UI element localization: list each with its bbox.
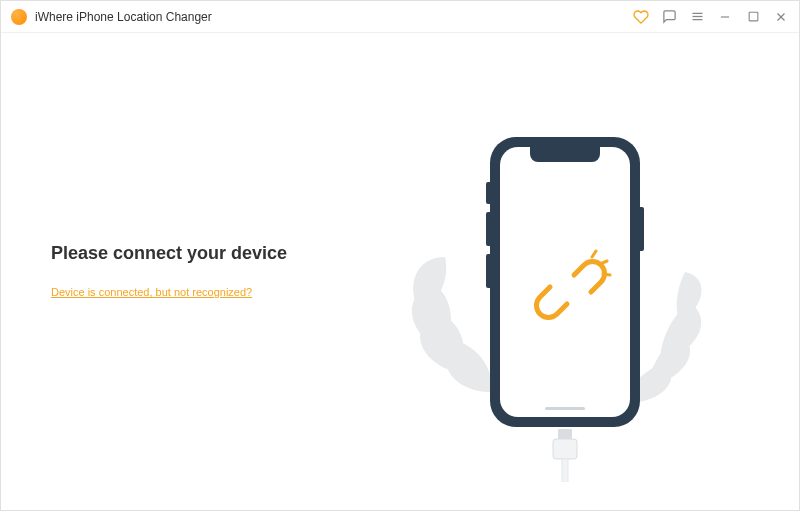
app-title: iWhere iPhone Location Changer <box>35 10 633 24</box>
close-icon[interactable] <box>773 9 789 25</box>
menu-icon[interactable] <box>689 9 705 25</box>
svg-rect-4 <box>749 12 758 21</box>
lightning-cable-icon <box>553 429 577 482</box>
phone-icon <box>486 137 644 427</box>
svg-rect-15 <box>500 147 630 417</box>
right-panel <box>341 33 759 510</box>
feedback-icon[interactable] <box>661 9 677 25</box>
titlebar: iWhere iPhone Location Changer <box>1 1 799 33</box>
svg-rect-22 <box>562 459 568 482</box>
help-link[interactable]: Device is connected, but not recognized? <box>51 286 252 298</box>
svg-rect-20 <box>558 429 572 439</box>
app-window: iWhere iPhone Location Changer <box>0 0 800 511</box>
svg-rect-21 <box>553 439 577 459</box>
left-panel: Please connect your device Device is con… <box>41 243 341 300</box>
heart-icon[interactable] <box>633 9 649 25</box>
titlebar-controls <box>633 9 789 25</box>
svg-rect-16 <box>545 407 585 410</box>
connect-heading: Please connect your device <box>51 243 341 264</box>
connect-device-illustration <box>360 62 740 482</box>
minimize-icon[interactable] <box>717 9 733 25</box>
app-logo-icon <box>11 9 27 25</box>
content-area: Please connect your device Device is con… <box>1 33 799 510</box>
svg-line-19 <box>603 274 610 275</box>
maximize-icon[interactable] <box>745 9 761 25</box>
